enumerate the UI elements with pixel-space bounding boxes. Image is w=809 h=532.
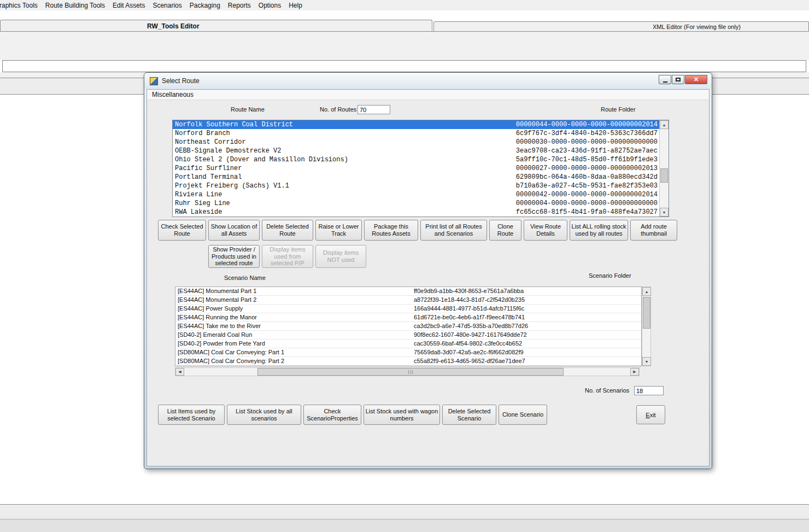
minimize-button[interactable] [659,75,671,84]
route-actions: Check Selected RouteShow Location of all… [147,220,709,241]
list-stock-used-by-all-scenarios-button[interactable]: List Stock used by all scenarios [227,405,301,425]
scenario-folder-label: Scenario Folder [589,272,631,279]
scenario-row[interactable]: [SD40-2] Powder from Pete Yardcac30559-6… [175,340,641,348]
route-name-text: Ruhr Sieg Line [175,199,230,208]
route-row[interactable]: Pacific Surfliner00000027-0000-0000-0000… [173,164,659,173]
show-provider-products-used-in-selected--button[interactable]: Show Provider / Products used in selecte… [208,245,260,268]
list-items-used-by-selected-scenario-button[interactable]: List Items used by selected Scenario [158,405,225,425]
scenario-folder-text: ca3d2bc9-a6e7-47d5-935b-a70ed8b77d26 [414,322,641,330]
menu-item[interactable]: Help [285,1,306,10]
route-name-text: Ohio Steel 2 (Dover and Massillon Divisi… [175,155,348,164]
menu-item[interactable]: Edit Assets [109,1,149,10]
route-row[interactable]: Ruhr Sieg Line00000004-0000-0000-0000-00… [173,199,659,208]
menu-item[interactable]: Options [255,1,285,10]
scenario-list-scrollbar[interactable]: ▲ ▼ [642,287,651,366]
check-selected-route-button[interactable]: Check Selected Route [158,220,206,241]
maximize-button[interactable] [672,75,684,84]
list-stock-used-with-wagon-numbers-button[interactable]: List Stock used with wagon numbers [364,405,440,425]
scroll-up-icon[interactable]: ▲ [642,287,651,296]
raise-or-lower-track-button[interactable]: Raise or Lower Track [315,220,362,241]
scenario-name-text: [ES44AC] Take me to the River [175,322,414,330]
route-row[interactable]: Portland Terminal629809bc-064a-460b-8daa… [173,173,659,182]
tab-rwtools-editor-label: RW_Tools Editor [147,22,200,30]
route-row[interactable]: RWA Lakesidefc65cc68-81f5-4b41-9fa0-488f… [173,208,659,217]
menu-item[interactable]: Reports [224,1,255,10]
menubar: raphics ToolsRoute Building ToolsEdit As… [0,0,809,10]
display-items-used-from-selected-p-p-button: Display items used from selected P/P [262,245,313,268]
clone-scenario-button[interactable]: Clone Scenario [499,405,547,425]
scenario-scrollbar-thumb[interactable] [643,297,650,329]
tabstrip: RW_Tools Editor XML Editor (For viewing … [0,20,809,31]
menu-item[interactable]: Packaging [186,1,224,10]
dialog-titlebar[interactable]: Select Route [144,73,712,89]
delete-selected-scenario-button[interactable]: Delete Selected Scenario [442,405,496,425]
add-route-thumbnail-button[interactable]: Add route thumbnail [630,220,677,241]
menu-item[interactable]: Scenarios [149,1,185,10]
tab-xml-editor[interactable]: XML Editor (For viewing file only) [433,21,809,31]
route-row[interactable]: Ohio Steel 2 (Dover and Massillon Divisi… [173,155,659,164]
status-band-lower [0,519,809,532]
scenario-folder-text: 75659da8-3d07-42a5-ae2c-f6f662d082f9 [414,348,641,356]
route-row[interactable]: Northeast Corridor00000030-0000-0000-000… [173,138,659,147]
route-folder-text: 6c9f767c-3df4-4840-b420-5363c7366dd7 [516,129,658,138]
route-listbox[interactable]: Norfolk Southern Coal District00000044-0… [172,120,669,217]
header-gap [0,10,809,20]
route-row[interactable]: Projekt Freiberg (Sachs) V1.1b710a63e-a0… [173,182,659,190]
show-location-of-all-assets-button[interactable]: Show Location of all Assets [208,220,260,241]
menu-item[interactable]: Route Building Tools [42,1,109,10]
no-of-routes-input[interactable] [357,105,390,114]
scroll-right-icon[interactable]: ▶ [630,368,639,376]
scroll-up-icon[interactable]: ▲ [660,120,669,129]
route-folder-text: 00000030-0000-0000-0000-000000000000 [516,138,658,147]
menu-item[interactable]: raphics Tools [0,1,42,10]
app-icon [150,77,158,85]
delete-selected-route-button[interactable]: Delete Selected Route [262,220,313,241]
no-of-routes-label: No. of Routes [320,106,356,113]
route-name-label: Route Name [231,106,265,113]
scenario-name-text: [SD40-2] Emerald Coal Run [175,331,414,339]
clone-route-button[interactable]: Clone Route [489,220,521,241]
route-folder-text: 3eac9708-ca23-436d-91f1-a82752ae7aec [516,147,658,155]
tab-rwtools-editor[interactable]: RW_Tools Editor [0,20,432,31]
route-folder-text: 00000004-0000-0000-0000-000000000000 [516,199,658,208]
route-folder-label: Route Folder [601,106,636,113]
no-of-scenarios-input[interactable] [634,386,664,395]
horizontal-scrollbar-thumb[interactable] [257,368,564,376]
scenario-row[interactable]: [SD40-2] Emerald Coal Run90f8ec62-1607-4… [175,331,641,340]
scenario-horizontal-scrollbar[interactable]: ◀ ▶ [175,367,640,376]
select-route-dialog: Select Route ✕ Miscellaneous Route Name … [144,72,712,469]
check-scenarioproperties-button[interactable]: Check ScenarioProperties [303,405,361,425]
scenario-name-label: Scenario Name [224,274,266,281]
scenario-row[interactable]: [SD80MAC] Coal Car Conveying: Part 2c55a… [175,357,641,366]
scenario-name-text: [ES44AC] Power Supply [175,305,414,313]
route-list-scrollbar[interactable]: ▲ ▼ [659,120,669,217]
route-row[interactable]: Norford Branch6c9f767c-3df4-4840-b420-53… [173,129,659,138]
route-row[interactable]: OEBB-Signale Demostrecke V23eac9708-ca23… [173,147,659,155]
main-path-input[interactable] [2,60,806,72]
scenario-row[interactable]: [SD80MAC] Coal Car Conveying: Part 17565… [175,348,641,357]
route-row[interactable]: Norfolk Southern Coal District00000044-0… [173,120,659,129]
scenario-row[interactable]: [ES44AC] Monumental Part 1ff0e9db9-a1bb-… [175,287,641,296]
route-scrollbar-thumb[interactable] [660,168,668,183]
menu-miscellaneous[interactable]: Miscellaneous [147,91,198,98]
scenario-row[interactable]: [ES44AC] Running the Manor61d6721e-be0c-… [175,313,641,322]
route-row[interactable]: Riviera Line00000042-0000-0000-0000-0000… [173,190,659,199]
list-all-rolling-stock-used-by-all-route-button[interactable]: List ALL rolling stock used by all route… [570,220,628,241]
scroll-down-icon[interactable]: ▼ [660,208,669,217]
scroll-down-icon[interactable]: ▼ [642,357,651,366]
package-this-routes-assets-button[interactable]: Package this Routes Assets [364,220,418,241]
close-button[interactable]: ✕ [685,75,707,84]
scenario-name-text: [SD40-2] Powder from Pete Yard [175,340,414,348]
scenario-row[interactable]: [ES44AC] Monumental Part 2a8722f39-1e18-… [175,296,641,305]
scroll-left-icon[interactable]: ◀ [175,368,184,376]
route-name-text: Portland Terminal [175,173,242,182]
close-icon: ✕ [694,76,699,83]
scenario-listbox[interactable]: [ES44AC] Monumental Part 1ff0e9db9-a1bb-… [175,287,642,366]
view-route-details-button[interactable]: View Route Details [524,220,567,241]
scenario-row[interactable]: [ES44AC] Power Supply166a9444-4881-4977-… [175,305,641,313]
exit-button[interactable]: Exit [636,405,665,424]
print-list-of-all-routes-and-scenarios-button[interactable]: Print list of all Routes and Scenarios [420,220,487,241]
caption-buttons: ✕ [658,75,707,84]
scenario-row[interactable]: [ES44AC] Take me to the Riverca3d2bc9-a6… [175,322,641,331]
route-name-text: Riviera Line [175,190,222,199]
